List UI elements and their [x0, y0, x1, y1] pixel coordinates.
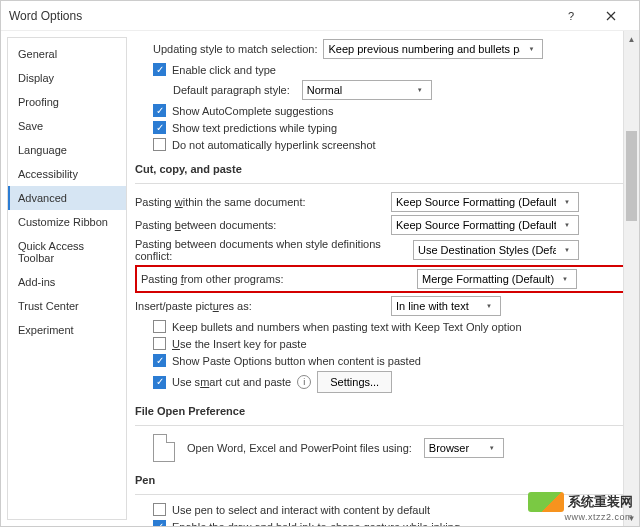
- file-icon: [153, 434, 175, 462]
- updating-style-row: Updating style to match selection: Keep …: [153, 39, 629, 59]
- enable-click-type-row: ✓ Enable click and type: [153, 63, 629, 76]
- divider: [135, 425, 629, 426]
- chevron-down-icon: ▼: [560, 247, 574, 253]
- paste-within-select[interactable]: Keep Source Formatting (Default) ▼: [391, 192, 579, 212]
- file-open-row: Open Word, Excel and PowerPoint files us…: [153, 434, 629, 462]
- show-autocomplete-row: ✓ Show AutoComplete suggestions: [153, 104, 629, 117]
- use-pen-checkbox[interactable]: [153, 503, 166, 516]
- default-paragraph-select[interactable]: Normal ▼: [302, 80, 432, 100]
- updating-style-select[interactable]: Keep previous numbering and bullets patt…: [323, 39, 543, 59]
- enable-click-type-checkbox[interactable]: ✓: [153, 63, 166, 76]
- highlighted-option: Pasting from other programs: Merge Forma…: [135, 265, 629, 293]
- sidebar-item-advanced[interactable]: Advanced: [8, 186, 126, 210]
- sidebar-item-general[interactable]: General: [8, 42, 126, 66]
- word-options-dialog: Word Options ? General Display Proofing …: [0, 0, 640, 527]
- sidebar-item-display[interactable]: Display: [8, 66, 126, 90]
- titlebar: Word Options ?: [1, 1, 639, 31]
- sidebar-item-experiment[interactable]: Experiment: [8, 318, 126, 342]
- paste-conflict-select[interactable]: Use Destination Styles (Default) ▼: [413, 240, 579, 260]
- keep-bullets-row: Keep bullets and numbers when pasting te…: [153, 320, 629, 333]
- no-auto-hyperlink-checkbox[interactable]: [153, 138, 166, 151]
- sidebar-item-qat[interactable]: Quick Access Toolbar: [8, 234, 126, 270]
- help-button[interactable]: ?: [551, 2, 591, 30]
- dialog-title: Word Options: [9, 9, 551, 23]
- pen-heading: Pen: [135, 474, 629, 486]
- cut-copy-paste-heading: Cut, copy, and paste: [135, 163, 629, 175]
- sidebar-item-proofing[interactable]: Proofing: [8, 90, 126, 114]
- chevron-down-icon: ▼: [413, 87, 427, 93]
- paste-other-row: Pasting from other programs: Merge Forma…: [141, 269, 623, 289]
- info-icon[interactable]: i: [297, 375, 311, 389]
- divider: [135, 183, 629, 184]
- paste-between-select[interactable]: Keep Source Formatting (Default) ▼: [391, 215, 579, 235]
- sidebar-item-accessibility[interactable]: Accessibility: [8, 162, 126, 186]
- sidebar-item-save[interactable]: Save: [8, 114, 126, 138]
- paste-conflict-row: Pasting between documents when style def…: [135, 238, 629, 262]
- file-open-heading: File Open Preference: [135, 405, 629, 417]
- scroll-down-arrow-icon[interactable]: ▼: [624, 510, 639, 526]
- default-paragraph-row: Default paragraph style: Normal ▼: [173, 80, 629, 100]
- smart-cut-paste-checkbox[interactable]: ✓: [153, 376, 166, 389]
- close-button[interactable]: [591, 2, 631, 30]
- enable-draw-hold-row: ✓ Enable the draw and hold ink-to-shape …: [153, 520, 629, 526]
- insert-pictures-row: Insert/paste pictures as: In line with t…: [135, 296, 629, 316]
- dialog-body: General Display Proofing Save Language A…: [1, 31, 639, 526]
- smart-cut-paste-row: ✓ Use smart cut and paste i Settings...: [153, 371, 629, 393]
- chevron-down-icon: ▼: [560, 222, 574, 228]
- scrollbar-thumb[interactable]: [626, 131, 637, 221]
- use-insert-key-checkbox[interactable]: [153, 337, 166, 350]
- content-pane: Updating style to match selection: Keep …: [127, 31, 639, 526]
- divider: [135, 494, 629, 495]
- no-auto-hyperlink-row: Do not automatically hyperlink screensho…: [153, 138, 629, 151]
- chevron-down-icon: ▼: [482, 303, 496, 309]
- chevron-down-icon: ▼: [558, 276, 572, 282]
- show-paste-options-checkbox[interactable]: ✓: [153, 354, 166, 367]
- paste-between-row: Pasting between documents: Keep Source F…: [135, 215, 629, 235]
- updating-style-label: Updating style to match selection:: [153, 43, 317, 55]
- sidebar-item-addins[interactable]: Add-ins: [8, 270, 126, 294]
- use-insert-key-row: Use the Insert key for paste: [153, 337, 629, 350]
- keep-bullets-checkbox[interactable]: [153, 320, 166, 333]
- close-icon: [606, 11, 616, 21]
- sidebar-item-trust-center[interactable]: Trust Center: [8, 294, 126, 318]
- paste-other-select[interactable]: Merge Formatting (Default) ▼: [417, 269, 577, 289]
- scroll-up-arrow-icon[interactable]: ▲: [624, 31, 639, 47]
- settings-button[interactable]: Settings...: [317, 371, 392, 393]
- show-text-predictions-checkbox[interactable]: ✓: [153, 121, 166, 134]
- file-open-select[interactable]: Browser ▼: [424, 438, 504, 458]
- vertical-scrollbar[interactable]: ▲ ▼: [623, 31, 639, 526]
- category-sidebar: General Display Proofing Save Language A…: [7, 37, 127, 520]
- insert-pictures-select[interactable]: In line with text ▼: [391, 296, 501, 316]
- sidebar-item-customize-ribbon[interactable]: Customize Ribbon: [8, 210, 126, 234]
- paste-within-row: Pasting within the same document: Keep S…: [135, 192, 629, 212]
- chevron-down-icon: ▼: [524, 46, 538, 52]
- show-text-predictions-row: ✓ Show text predictions while typing: [153, 121, 629, 134]
- chevron-down-icon: ▼: [560, 199, 574, 205]
- show-autocomplete-checkbox[interactable]: ✓: [153, 104, 166, 117]
- enable-draw-hold-checkbox[interactable]: ✓: [153, 520, 166, 526]
- use-pen-row: Use pen to select and interact with cont…: [153, 503, 629, 516]
- show-paste-options-row: ✓ Show Paste Options button when content…: [153, 354, 629, 367]
- chevron-down-icon: ▼: [485, 445, 499, 451]
- sidebar-item-language[interactable]: Language: [8, 138, 126, 162]
